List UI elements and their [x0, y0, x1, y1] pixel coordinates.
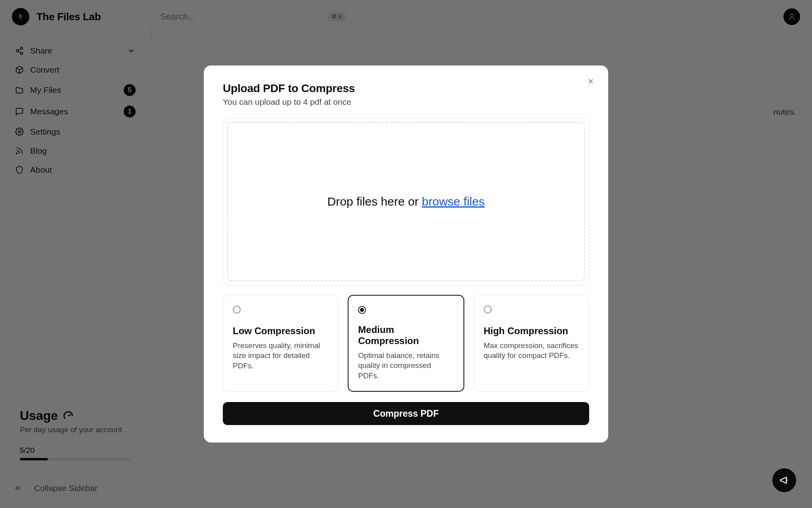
feedback-fab[interactable] [772, 468, 796, 492]
modal-subtitle: You can upload up to 4 pdf at once [223, 97, 589, 107]
radio-icon [484, 306, 492, 314]
option-title: High Compression [484, 325, 579, 337]
option-high-compression[interactable]: High Compression Max compression, sacrif… [474, 295, 589, 392]
modal-overlay[interactable]: Upload PDF to Compress You can upload up… [0, 0, 812, 508]
option-title: Medium Compression [358, 324, 454, 346]
option-desc: Optimal balance, retains quality in comp… [358, 350, 454, 381]
option-low-compression[interactable]: Low Compression Preserves quality, minim… [223, 295, 338, 392]
modal-title: Upload PDF to Compress [223, 82, 589, 95]
file-dropzone[interactable]: Drop files here or browse files [227, 122, 585, 281]
radio-icon [233, 306, 241, 314]
upload-compress-modal: Upload PDF to Compress You can upload up… [204, 65, 608, 443]
option-desc: Preserves quality, minimal size impact f… [233, 341, 328, 371]
compress-pdf-button[interactable]: Compress PDF [223, 402, 589, 425]
option-desc: Max compression, sacrifices quality for … [484, 341, 579, 361]
close-icon [587, 77, 595, 85]
option-title: Low Compression [233, 325, 328, 337]
browse-files-link[interactable]: browse files [422, 195, 485, 208]
megaphone-icon [779, 475, 789, 485]
radio-icon [358, 306, 366, 314]
close-button[interactable] [585, 76, 596, 87]
dropzone-text: Drop files here or browse files [327, 195, 485, 208]
option-medium-compression[interactable]: Medium Compression Optimal balance, reta… [348, 295, 464, 392]
